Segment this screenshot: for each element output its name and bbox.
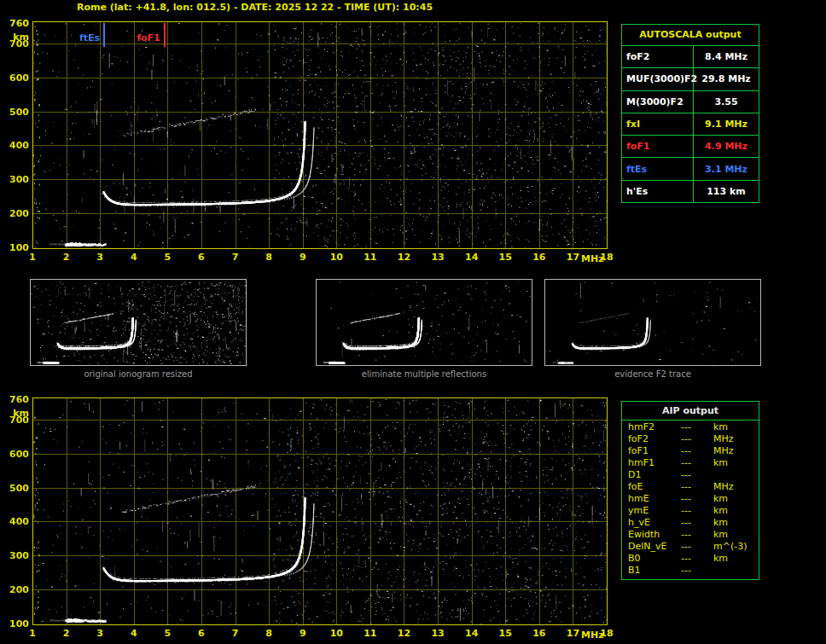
top-x-tick-label: 1 bbox=[24, 252, 41, 263]
top-x-tick-label: 11 bbox=[362, 252, 379, 263]
param-value: --- bbox=[681, 541, 713, 552]
param-label: fxI bbox=[622, 113, 694, 135]
top-y-tick-label: 760 bbox=[7, 18, 29, 29]
thumbnail-f2trace-caption: evidence F2 trace bbox=[544, 369, 761, 379]
bottom-x-tick-label: 2 bbox=[58, 628, 75, 639]
top-x-tick-label: 6 bbox=[193, 252, 210, 263]
autoscala-row-m3000f2: M(3000)F23.55 bbox=[622, 90, 759, 113]
param-label: hmE bbox=[628, 493, 681, 504]
aip-row-foe: foE---MHz bbox=[628, 480, 757, 492]
param-unit: MHz bbox=[713, 481, 757, 492]
top-x-tick-label: 13 bbox=[429, 252, 446, 263]
param-value: --- bbox=[681, 469, 713, 480]
param-value: --- bbox=[681, 505, 713, 516]
param-label: ftEs bbox=[622, 158, 694, 179]
param-value: --- bbox=[681, 565, 713, 576]
param-label: hmF1 bbox=[628, 457, 681, 468]
param-label: foF1 bbox=[622, 136, 694, 157]
param-value: 113 km bbox=[694, 181, 759, 202]
top-x-tick-label: 2 bbox=[58, 252, 75, 263]
aip-row-hme: hmE---km bbox=[628, 492, 757, 504]
autoscala-row-hes: h'Es113 km bbox=[622, 180, 759, 202]
bottom-x-tick-label: 10 bbox=[328, 628, 345, 639]
top-x-tick-label: 17 bbox=[564, 252, 581, 263]
param-label: foF1 bbox=[628, 445, 681, 456]
param-unit: km bbox=[713, 517, 757, 528]
bottom-y-tick-label: 200 bbox=[7, 584, 29, 595]
top-y-tick-label: 700 bbox=[7, 38, 29, 49]
autoscala-table-title: AUTOSCALA output bbox=[622, 25, 759, 46]
top-x-tick-label: 16 bbox=[531, 252, 548, 263]
bottom-x-tick-label: 7 bbox=[227, 628, 244, 639]
param-value: 9.1 MHz bbox=[694, 113, 759, 135]
param-unit: MHz bbox=[713, 433, 757, 444]
bottom-y-tick-label: 400 bbox=[7, 516, 29, 527]
param-label: M(3000)F2 bbox=[622, 91, 694, 113]
param-label: MUF(3000)F2 bbox=[622, 68, 694, 90]
autoscala-window: Rome (lat: +41.8, lon: 012.5) - DATE: 20… bbox=[0, 0, 826, 644]
thumbnail-original-canvas bbox=[31, 280, 246, 365]
bottom-ionogram-canvas bbox=[32, 397, 608, 625]
param-label: Ewidth bbox=[628, 529, 681, 540]
autoscala-row-fof1: foF14.9 MHz bbox=[622, 135, 759, 157]
aip-table-title: AIP output bbox=[622, 402, 759, 421]
param-value: 8.4 MHz bbox=[694, 46, 759, 67]
param-value: 3.55 bbox=[694, 91, 759, 113]
param-value: --- bbox=[681, 433, 713, 444]
param-value: --- bbox=[681, 421, 713, 432]
top-x-tick-label: 4 bbox=[125, 252, 143, 263]
top-y-tick-label: 500 bbox=[7, 107, 29, 118]
param-unit: km bbox=[713, 505, 757, 516]
thumbnail-original-panel bbox=[30, 279, 247, 366]
aip-row-hmf2: hmF2---km bbox=[628, 421, 757, 432]
param-label: foF2 bbox=[628, 433, 681, 444]
bottom-y-tick-label: 500 bbox=[7, 483, 29, 494]
bottom-x-tick-label: 14 bbox=[463, 628, 480, 639]
thumbnail-f2trace-canvas bbox=[545, 280, 760, 365]
param-value: --- bbox=[681, 445, 713, 456]
bottom-x-tick-label: 1 bbox=[24, 628, 41, 639]
autoscala-rows: foF28.4 MHzMUF(3000)F229.8 MHzM(3000)F23… bbox=[622, 46, 759, 202]
foF1-marker-label: foF1 bbox=[137, 32, 160, 44]
bottom-x-tick-label: 17 bbox=[564, 628, 581, 639]
param-label: B0 bbox=[628, 553, 681, 564]
param-unit: km bbox=[713, 529, 757, 540]
top-y-tick-label: 300 bbox=[7, 174, 29, 185]
thumbnail-original-caption: original ionogram resized bbox=[30, 369, 247, 379]
aip-row-d1: D1--- bbox=[628, 468, 757, 480]
top-x-tick-label: 3 bbox=[91, 252, 108, 263]
autoscala-row-fxi: fxI9.1 MHz bbox=[622, 113, 759, 135]
aip-row-hve: h_vE---km bbox=[628, 517, 757, 529]
thumbnail-cleaned-caption: eliminate multiple reflections bbox=[316, 369, 532, 379]
param-unit: m^(-3) bbox=[713, 541, 757, 552]
autoscala-output-table: AUTOSCALA output foF28.4 MHzMUF(3000)F22… bbox=[621, 24, 759, 203]
autoscala-row-ftes: ftEs3.1 MHz bbox=[622, 157, 759, 179]
param-value: --- bbox=[681, 517, 713, 528]
param-label: hmF2 bbox=[628, 421, 681, 432]
aip-row-hmf1: hmF1---km bbox=[628, 456, 757, 468]
aip-row-fof1: foF1---MHz bbox=[628, 444, 757, 456]
param-value: --- bbox=[681, 553, 713, 564]
param-label: foF2 bbox=[622, 46, 694, 67]
param-value: --- bbox=[681, 529, 713, 540]
top-x-tick-label: 7 bbox=[227, 252, 244, 263]
bottom-x-tick-label: 13 bbox=[429, 628, 446, 639]
param-value: 3.1 MHz bbox=[694, 158, 759, 179]
bottom-x-tick-label: 6 bbox=[193, 628, 210, 639]
bottom-x-tick-label: 16 bbox=[531, 628, 548, 639]
top-y-tick-label: 400 bbox=[7, 140, 29, 151]
bottom-x-tick-label: 18 bbox=[598, 628, 615, 639]
top-x-tick-label: 15 bbox=[497, 252, 514, 263]
thumbnail-cleaned-panel bbox=[316, 279, 532, 366]
top-y-tick-label: 200 bbox=[7, 208, 29, 219]
bottom-x-tick-label: 5 bbox=[159, 628, 176, 639]
top-x-tick-label: 5 bbox=[159, 252, 176, 263]
aip-row-yme: ymE---km bbox=[628, 505, 757, 517]
top-y-tick-label: 600 bbox=[7, 73, 29, 84]
param-unit: km bbox=[713, 457, 757, 468]
param-label: B1 bbox=[628, 565, 681, 576]
aip-output-table: AIP output hmF2---kmfoF2---MHzfoF1---MHz… bbox=[621, 401, 759, 580]
top-x-tick-label: 14 bbox=[463, 252, 480, 263]
aip-rows: hmF2---kmfoF2---MHzfoF1---MHzhmF1---kmD1… bbox=[628, 421, 757, 577]
bottom-x-tick-label: 3 bbox=[91, 628, 108, 639]
